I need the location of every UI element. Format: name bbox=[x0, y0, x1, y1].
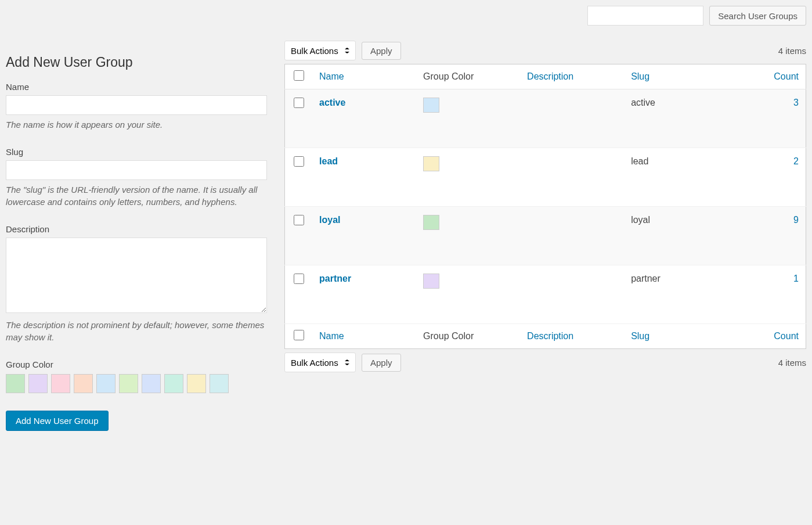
items-count-bottom: 4 items bbox=[778, 358, 806, 368]
row-name-link[interactable]: active bbox=[319, 98, 345, 107]
slug-label: Slug bbox=[6, 147, 267, 157]
row-color-swatch bbox=[423, 215, 439, 230]
table-row: partnerpartner1 bbox=[285, 265, 806, 324]
select-all-checkbox-top[interactable] bbox=[294, 70, 304, 81]
group-color-label: Group Color bbox=[6, 359, 267, 369]
row-checkbox[interactable] bbox=[294, 156, 304, 167]
row-count-link[interactable]: 1 bbox=[793, 274, 799, 283]
add-user-group-button[interactable]: Add New User Group bbox=[6, 411, 109, 431]
color-swatch[interactable] bbox=[119, 374, 138, 393]
table-row: activeactive3 bbox=[285, 89, 806, 148]
select-all-checkbox-bottom[interactable] bbox=[294, 330, 304, 340]
slug-help: The "slug" is the URL-friendly version o… bbox=[6, 184, 267, 208]
color-swatch[interactable] bbox=[164, 374, 183, 393]
column-desc-footer[interactable]: Description bbox=[527, 331, 573, 341]
table-row: loyalloyal9 bbox=[285, 207, 806, 265]
row-description bbox=[520, 89, 624, 148]
column-color-header: Group Color bbox=[416, 64, 520, 89]
search-button[interactable]: Search User Groups bbox=[709, 6, 806, 26]
color-swatch[interactable] bbox=[51, 374, 70, 393]
column-slug-header[interactable]: Slug bbox=[631, 71, 649, 81]
color-swatches bbox=[6, 374, 267, 393]
row-count-link[interactable]: 9 bbox=[793, 215, 799, 225]
row-name-link[interactable]: partner bbox=[319, 274, 351, 283]
name-input[interactable] bbox=[6, 95, 267, 115]
form-title: Add New User Group bbox=[6, 55, 267, 70]
row-count-link[interactable]: 2 bbox=[793, 156, 799, 166]
row-name-link[interactable]: lead bbox=[319, 156, 338, 166]
name-label: Name bbox=[6, 82, 267, 92]
bulk-actions-select-bottom[interactable]: Bulk Actions bbox=[284, 353, 356, 372]
bulk-actions-select-top[interactable]: Bulk Actions bbox=[284, 41, 356, 60]
color-swatch[interactable] bbox=[28, 374, 48, 393]
row-slug: active bbox=[624, 89, 741, 148]
color-swatch[interactable] bbox=[6, 374, 25, 393]
column-count-header[interactable]: Count bbox=[774, 71, 799, 81]
color-swatch[interactable] bbox=[210, 374, 229, 393]
row-name-link[interactable]: loyal bbox=[319, 215, 340, 225]
description-help: The description is not prominent by defa… bbox=[6, 319, 267, 343]
search-input[interactable] bbox=[587, 6, 703, 26]
row-description bbox=[520, 265, 624, 324]
color-swatch[interactable] bbox=[187, 374, 206, 393]
apply-button-bottom[interactable]: Apply bbox=[362, 354, 401, 372]
row-slug: loyal bbox=[624, 207, 741, 265]
table-row: leadlead2 bbox=[285, 148, 806, 207]
color-swatch[interactable] bbox=[74, 374, 93, 393]
row-checkbox[interactable] bbox=[294, 215, 304, 225]
column-name-header[interactable]: Name bbox=[319, 71, 344, 81]
description-label: Description bbox=[6, 224, 267, 234]
apply-button-top[interactable]: Apply bbox=[362, 42, 401, 60]
column-name-footer[interactable]: Name bbox=[319, 331, 344, 341]
color-swatch[interactable] bbox=[142, 374, 161, 393]
user-groups-table: Name Group Color Description Slug Count … bbox=[284, 64, 806, 349]
items-count-top: 4 items bbox=[778, 46, 806, 56]
slug-input[interactable] bbox=[6, 160, 267, 180]
row-slug: lead bbox=[624, 148, 741, 207]
row-color-swatch bbox=[423, 274, 439, 289]
row-color-swatch bbox=[423, 156, 439, 171]
row-checkbox[interactable] bbox=[294, 274, 304, 284]
name-help: The name is how it appears on your site. bbox=[6, 118, 267, 131]
description-input[interactable] bbox=[6, 238, 267, 313]
column-slug-footer[interactable]: Slug bbox=[631, 331, 649, 341]
column-count-footer[interactable]: Count bbox=[774, 331, 799, 341]
color-swatch[interactable] bbox=[96, 374, 116, 393]
row-description bbox=[520, 207, 624, 265]
row-description bbox=[520, 148, 624, 207]
row-count-link[interactable]: 3 bbox=[793, 98, 799, 107]
column-color-footer: Group Color bbox=[416, 324, 520, 349]
row-color-swatch bbox=[423, 98, 439, 113]
row-checkbox[interactable] bbox=[294, 98, 304, 108]
column-desc-header[interactable]: Description bbox=[527, 71, 573, 81]
row-slug: partner bbox=[624, 265, 741, 324]
